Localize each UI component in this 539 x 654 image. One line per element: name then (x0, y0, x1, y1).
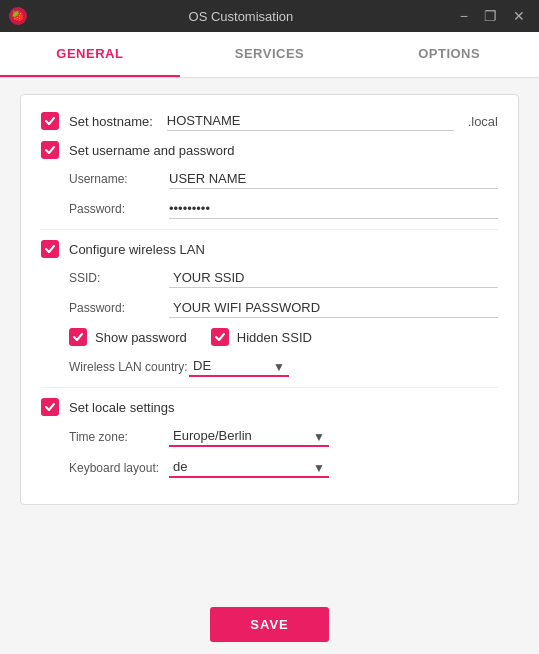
tab-services[interactable]: SERVICES (180, 32, 360, 77)
password-label: Password: (69, 202, 169, 216)
show-password-label: Show password (95, 330, 187, 345)
wifi-password-field-row: Password: (41, 298, 498, 318)
divider-1 (41, 229, 498, 230)
username-field-row: Username: (41, 169, 498, 189)
user-password-row: Set username and password (41, 141, 498, 159)
keyboard-label: Keyboard layout: (69, 461, 169, 475)
footer: SAVE (0, 595, 539, 654)
country-select[interactable]: DE US GB (189, 356, 289, 377)
content-area: Set hostname: .local Set username and pa… (0, 78, 539, 595)
username-input[interactable] (169, 169, 498, 189)
minimize-button[interactable]: − (454, 7, 474, 25)
timezone-label: Time zone: (69, 430, 169, 444)
hostname-row: Set hostname: .local (41, 111, 498, 131)
tab-options[interactable]: OPTIONS (359, 32, 539, 77)
wireless-lan-label: Configure wireless LAN (69, 242, 205, 257)
svg-text:🍓: 🍓 (11, 9, 25, 23)
country-label: Wireless LAN country: (69, 360, 189, 374)
password-input[interactable] (169, 199, 498, 219)
username-label: Username: (69, 172, 169, 186)
wireless-lan-row: Configure wireless LAN (41, 240, 498, 258)
timezone-dropdown-wrapper: Europe/Berlin UTC America/New_York ▼ (169, 426, 329, 447)
divider-2 (41, 387, 498, 388)
window-title: OS Customisation (28, 9, 454, 24)
locale-row: Set locale settings (41, 398, 498, 416)
close-button[interactable]: ✕ (507, 7, 531, 25)
keyboard-row: Keyboard layout: de us gb ▼ (41, 457, 498, 478)
titlebar: 🍓 OS Customisation − ❐ ✕ (0, 0, 539, 32)
wireless-lan-checkbox[interactable] (41, 240, 59, 258)
window-controls: − ❐ ✕ (454, 7, 531, 25)
show-password-item[interactable]: Show password (69, 328, 187, 346)
hidden-ssid-label: Hidden SSID (237, 330, 312, 345)
restore-button[interactable]: ❐ (478, 7, 503, 25)
password-field-row: Password: (41, 199, 498, 219)
save-button[interactable]: SAVE (210, 607, 328, 642)
ssid-label: SSID: (69, 271, 169, 285)
user-password-checkbox[interactable] (41, 141, 59, 159)
country-row: Wireless LAN country: DE US GB ▼ (41, 356, 498, 377)
ssid-field-row: SSID: (41, 268, 498, 288)
hidden-ssid-checkbox[interactable] (211, 328, 229, 346)
app-icon: 🍓 (8, 6, 28, 26)
wifi-password-input[interactable] (169, 298, 498, 318)
hostname-suffix: .local (468, 114, 498, 129)
show-password-row: Show password Hidden SSID (41, 328, 498, 346)
show-password-checkbox[interactable] (69, 328, 87, 346)
user-password-label: Set username and password (69, 143, 234, 158)
country-dropdown-wrapper: DE US GB ▼ (189, 356, 289, 377)
ssid-input[interactable] (169, 268, 498, 288)
tab-general[interactable]: GENERAL (0, 32, 180, 77)
settings-card: Set hostname: .local Set username and pa… (20, 94, 519, 505)
hostname-checkbox[interactable] (41, 112, 59, 130)
locale-checkbox[interactable] (41, 398, 59, 416)
keyboard-select[interactable]: de us gb (169, 457, 329, 478)
hostname-label: Set hostname: (69, 114, 153, 129)
timezone-row: Time zone: Europe/Berlin UTC America/New… (41, 426, 498, 447)
tab-bar: GENERAL SERVICES OPTIONS (0, 32, 539, 78)
hidden-ssid-item[interactable]: Hidden SSID (211, 328, 312, 346)
hostname-input[interactable] (167, 111, 454, 131)
keyboard-dropdown-wrapper: de us gb ▼ (169, 457, 329, 478)
wifi-password-label: Password: (69, 301, 169, 315)
locale-label: Set locale settings (69, 400, 175, 415)
timezone-select[interactable]: Europe/Berlin UTC America/New_York (169, 426, 329, 447)
main-window: GENERAL SERVICES OPTIONS Set hostname: .… (0, 32, 539, 654)
